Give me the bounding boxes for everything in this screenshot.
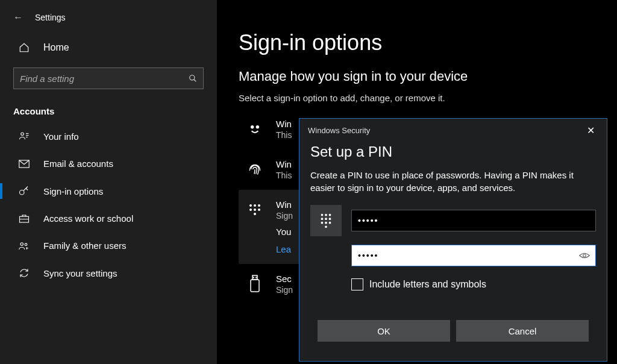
search-icon — [189, 74, 197, 83]
option-title: Win — [276, 199, 293, 210]
dialog-message: Create a PIN to use in place of password… — [310, 169, 596, 194]
svg-point-9 — [20, 242, 23, 245]
ok-button[interactable]: OK — [318, 320, 450, 342]
svg-point-11 — [251, 126, 253, 128]
sidebar-item-label: Your info — [43, 131, 79, 142]
section-label: Accounts — [0, 94, 217, 122]
search-input[interactable] — [14, 68, 203, 89]
helper-text: Select a sign-in option to add, change, … — [239, 93, 595, 103]
close-icon[interactable]: ✕ — [583, 122, 598, 139]
nav-home[interactable]: Home — [0, 34, 217, 61]
keypad-icon — [245, 199, 265, 220]
option-extra: You — [276, 227, 293, 237]
cancel-button[interactable]: Cancel — [456, 320, 589, 342]
new-pin-input[interactable] — [351, 210, 596, 231]
include-letters-checkbox[interactable] — [351, 278, 363, 290]
svg-point-15 — [258, 204, 260, 207]
dialog-window-title: Windows Security — [308, 126, 370, 135]
svg-point-29 — [329, 218, 331, 220]
svg-point-28 — [325, 218, 327, 220]
sidebar-item-label: Sync your settings — [43, 268, 117, 278]
svg-point-33 — [325, 225, 327, 228]
option-sub: This — [276, 130, 292, 140]
app-title: Settings — [35, 13, 66, 22]
svg-line-1 — [194, 80, 196, 82]
page-subtitle: Manage how you sign in to your device — [239, 69, 595, 84]
option-sub: Sign — [276, 211, 293, 221]
person-icon — [18, 131, 30, 142]
svg-point-13 — [249, 204, 252, 207]
svg-point-19 — [254, 213, 256, 215]
svg-point-24 — [321, 214, 324, 216]
header: ← Settings — [0, 6, 217, 34]
sidebar-item-family[interactable]: Family & other users — [0, 232, 217, 259]
option-sub: This — [276, 171, 292, 180]
nav-home-label: Home — [43, 42, 69, 53]
pin-setup-dialog: Windows Security ✕ Set up a PIN Create a… — [299, 118, 607, 362]
sidebar-item-label: Access work or school — [43, 213, 133, 224]
svg-rect-20 — [252, 275, 257, 280]
svg-point-0 — [190, 75, 195, 80]
include-letters-row[interactable]: Include letters and symbols — [351, 278, 596, 290]
svg-point-32 — [329, 222, 331, 224]
search-input-wrap[interactable] — [13, 67, 204, 89]
briefcase-icon — [18, 214, 30, 224]
svg-point-17 — [254, 209, 256, 211]
dialog-heading: Set up a PIN — [310, 143, 596, 160]
svg-point-7 — [20, 190, 25, 195]
svg-rect-21 — [251, 280, 259, 292]
svg-point-34 — [583, 254, 586, 257]
sidebar-item-work[interactable]: Access work or school — [0, 205, 217, 232]
sidebar-item-your-info[interactable]: Your info — [0, 122, 217, 150]
learn-more-link[interactable]: Lea — [276, 244, 293, 254]
svg-point-16 — [249, 209, 252, 211]
sidebar-item-sync[interactable]: Sync your settings — [0, 259, 217, 287]
sidebar-item-label: Email & accounts — [43, 158, 113, 169]
svg-point-30 — [321, 222, 324, 224]
email-icon — [18, 160, 30, 168]
svg-point-10 — [25, 243, 27, 245]
svg-point-26 — [329, 214, 331, 216]
svg-point-27 — [321, 218, 324, 220]
key-icon — [18, 186, 30, 196]
sidebar-item-signin[interactable]: Sign-in options — [0, 177, 217, 205]
back-arrow-icon[interactable]: ← — [13, 12, 23, 23]
sidebar: ← Settings Home Accounts Your info Email… — [0, 0, 217, 364]
page-title: Sign-in options — [239, 30, 595, 55]
reveal-password-icon[interactable] — [579, 252, 590, 259]
sidebar-item-email[interactable]: Email & accounts — [0, 150, 217, 177]
sidebar-item-label: Family & other users — [43, 240, 127, 251]
svg-point-2 — [21, 133, 24, 136]
option-title: Win — [276, 159, 292, 169]
svg-point-12 — [257, 126, 258, 128]
option-title: Win — [276, 119, 292, 129]
usb-key-icon — [245, 274, 265, 294]
dialog-titlebar: Windows Security ✕ — [299, 119, 607, 141]
fingerprint-icon — [245, 159, 265, 180]
include-letters-label: Include letters and symbols — [369, 279, 486, 290]
svg-point-18 — [258, 209, 260, 211]
svg-point-31 — [325, 222, 327, 224]
sync-icon — [18, 268, 30, 278]
face-icon — [245, 119, 265, 139]
confirm-pin-input[interactable] — [351, 245, 596, 266]
sidebar-item-label: Sign-in options — [43, 186, 103, 196]
family-icon — [18, 241, 30, 251]
home-icon — [18, 42, 30, 53]
option-title: Sec — [276, 274, 293, 284]
svg-point-25 — [325, 214, 327, 216]
pin-keypad-icon — [310, 205, 342, 236]
svg-point-14 — [254, 204, 256, 207]
option-sub: Sign — [276, 285, 293, 295]
